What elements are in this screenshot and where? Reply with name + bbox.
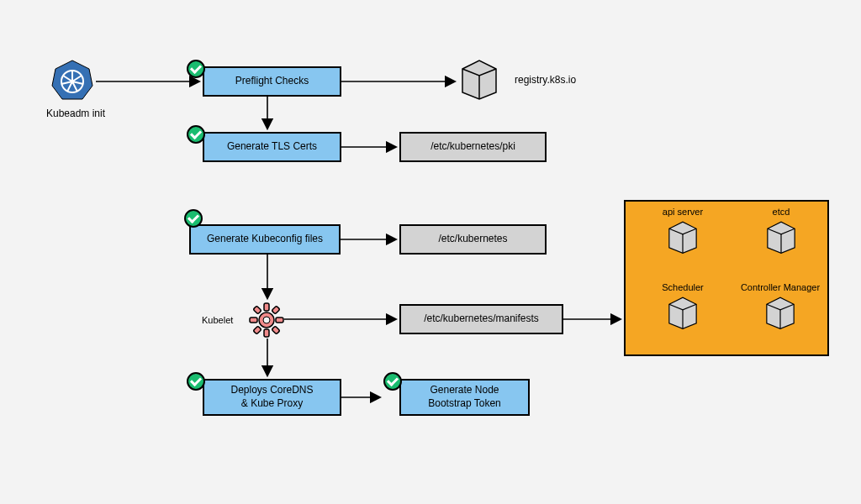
step-preflight: Preflight Checks [203,66,341,97]
gear-icon [248,302,285,339]
output-pki-label: /etc/kubernetes/pki [430,140,515,154]
cube-icon [457,57,501,101]
component-etcd: etcd [747,207,815,256]
step-tls: Generate TLS Certs [203,132,341,162]
check-icon [383,372,402,391]
step-coredns: Deploys CoreDNS & Kube Proxy [203,379,341,416]
output-etc-k8s-label: /etc/kubernetes [438,233,507,246]
step-coredns-label: Deploys CoreDNS & Kube Proxy [230,384,313,410]
output-pki: /etc/kubernetes/pki [399,132,547,162]
svg-point-9 [71,80,75,84]
svg-rect-13 [250,318,257,323]
svg-rect-15 [253,306,261,314]
start-label: Kubeadm init [38,108,114,119]
kubernetes-icon [50,59,94,102]
step-kubeconfig: Generate Kubeconfig files [189,224,341,255]
svg-rect-14 [276,318,283,323]
component-cm: Controller Manager [733,282,827,332]
component-api-label: api server [649,207,716,217]
check-icon [184,209,203,228]
step-preflight-label: Preflight Checks [235,75,309,88]
registry-label: registry.k8s.io [515,74,576,86]
component-cm-label: Controller Manager [733,282,827,292]
check-icon [187,372,205,391]
component-api: api server [649,207,716,256]
components-group: api server etcd Scheduler Controller Man… [624,200,829,356]
svg-rect-12 [264,329,269,337]
check-icon [187,125,205,144]
component-etcd-label: etcd [747,207,815,217]
component-scheduler: Scheduler [649,282,716,332]
svg-point-19 [263,317,270,323]
step-bootstrap-label: Generate Node Bootstrap Token [428,384,501,410]
svg-rect-16 [272,306,280,314]
output-etc-k8s: /etc/kubernetes [399,224,547,255]
step-bootstrap: Generate Node Bootstrap Token [399,379,530,416]
step-tls-label: Generate TLS Certs [227,140,317,154]
step-kubeconfig-label: Generate Kubeconfig files [207,233,323,246]
svg-rect-17 [253,326,261,334]
component-scheduler-label: Scheduler [649,282,716,292]
kubelet-label: Kubelet [202,315,233,325]
svg-rect-11 [264,303,269,311]
output-manifests: /etc/kubernetes/manifests [399,304,563,334]
check-icon [187,60,205,78]
svg-rect-18 [272,326,280,334]
output-manifests-label: /etc/kubernetes/manifests [424,312,539,326]
